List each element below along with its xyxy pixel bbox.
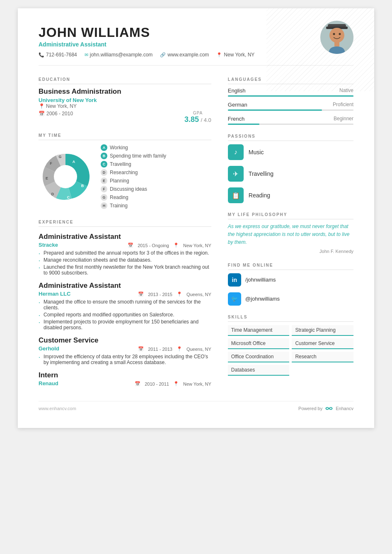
legend-item-h: H Training xyxy=(101,202,166,209)
link-icon: 🔗 xyxy=(160,52,166,58)
job-title-1: Administrative Assistant xyxy=(39,233,211,241)
legend-label-b: Spending time with family xyxy=(110,153,166,159)
edu-degree: Business Administration xyxy=(39,87,211,96)
skill-microsoft-office: Microsoft Office xyxy=(228,338,290,349)
legend-label-g: Reading xyxy=(110,194,128,200)
job-company-2: Herman LLC xyxy=(39,291,70,297)
travel-icon: ✈ xyxy=(233,170,238,178)
svg-text:E: E xyxy=(46,176,48,180)
svg-text:D: D xyxy=(51,192,54,196)
calendar-icon-2: 📅 xyxy=(138,292,144,297)
bullet-1-3: Launched the first monthly newsletter fo… xyxy=(44,264,211,276)
legend-label-a: Working xyxy=(110,145,128,151)
bullet-2-3: Implemented projects to provide employme… xyxy=(44,319,211,330)
experience-section-header: EXPERIENCE xyxy=(39,220,211,227)
legend-item-g: G Reading xyxy=(101,194,166,201)
legend-letter-c: C xyxy=(101,161,107,168)
edu-school-location: 📍 New York, NY xyxy=(39,103,211,109)
gpa-value-row: 3.85 / 4.0 xyxy=(184,115,211,124)
legend-letter-h: H xyxy=(101,202,107,209)
svg-rect-6 xyxy=(334,42,339,46)
job-bullets-1: Prepared and submitted the annual report… xyxy=(39,250,211,276)
skill-research: Research xyxy=(292,352,353,362)
pie-chart: A B C D E F G H xyxy=(39,150,92,205)
bullet-2-2: Compiled reports and modified opportunit… xyxy=(44,312,211,318)
twitter-handle: @johnwilliams xyxy=(245,296,280,302)
location: New York, NY xyxy=(224,52,254,58)
edu-dates: 📅 2006 - 2010 xyxy=(39,111,73,117)
footer-brand: Powered by Enhancv xyxy=(298,406,353,411)
location-icon-1: 📍 xyxy=(173,243,179,248)
passion-travelling-label: Travelling xyxy=(249,170,273,177)
skill-databases: Databases xyxy=(228,365,290,376)
mytime-content: A B C D E F G H A Working xyxy=(39,144,211,211)
job-location-1: New York, NY xyxy=(183,243,211,248)
job-title-3: Customer Service xyxy=(39,336,211,345)
twitter-item[interactable]: 🐦 @johnwilliams xyxy=(228,292,353,306)
avatar xyxy=(320,21,353,54)
twitter-icon-box: 🐦 xyxy=(228,292,241,306)
legend-label-h: Training xyxy=(110,203,128,209)
online-section-header: FIND ME ONLINE xyxy=(228,263,353,270)
legend-item-a: A Working xyxy=(101,144,166,151)
location-icon-3: 📍 xyxy=(177,346,182,352)
location-icon-4: 📍 xyxy=(173,381,179,386)
resume-container: JOHN WILLIAMS Administrative Assistant 📞… xyxy=(18,8,374,428)
bullet-1-2: Manage reconciliation sheets and the dat… xyxy=(44,257,211,263)
legend-item-d: D Researching xyxy=(101,169,166,176)
brand-name: Enhancv xyxy=(336,406,353,411)
language-german: German Proficient xyxy=(228,102,353,111)
linkedin-icon-box: in xyxy=(228,273,241,287)
calendar-icon-1: 📅 xyxy=(128,243,133,248)
brand-logo-icon xyxy=(325,406,333,411)
candidate-name: JOHN WILLIAMS xyxy=(39,25,353,40)
linkedin-item[interactable]: in /johnwilliams xyxy=(228,273,353,287)
svg-text:G: G xyxy=(58,155,61,159)
job-bullets-3: Improved the efficiency of data entry fo… xyxy=(39,354,211,365)
svg-text:A: A xyxy=(73,160,75,164)
phone-item: 📞 712-691-7684 xyxy=(39,52,77,58)
job-meta-2: 📅 2013 - 2015 📍 Queens, NY xyxy=(138,292,211,297)
lang-bar-fill-french xyxy=(228,124,259,125)
skill-time-management: Time Management xyxy=(228,325,290,336)
philosophy-author: John F. Kennedy xyxy=(228,249,353,254)
job-location-2: Queens, NY xyxy=(186,292,211,297)
music-icon: ♪ xyxy=(234,148,237,156)
email-item: ✉ john.williams@example.com xyxy=(85,52,153,58)
location-icon-2: 📍 xyxy=(177,292,182,297)
calendar-icon-3: 📅 xyxy=(138,346,144,352)
job-meta-1: 📅 2015 - Ongoing 📍 New York, NY xyxy=(128,243,211,248)
svg-text:H: H xyxy=(65,158,68,162)
contact-row: 📞 712-691-7684 ✉ john.williams@example.c… xyxy=(39,52,353,58)
reading-icon: 📋 xyxy=(232,192,240,199)
job-location-4: New York, NY xyxy=(183,381,211,386)
lang-name-english: English xyxy=(228,87,246,94)
skill-strategic-planning: Strategic Planning xyxy=(292,325,353,336)
reading-icon-box: 📋 xyxy=(228,187,244,203)
legend-label-f: Discussing ideas xyxy=(110,186,147,192)
email-icon: ✉ xyxy=(85,52,88,58)
left-column: EDUCATION Business Administration Univer… xyxy=(39,68,211,389)
linkedin-icon: in xyxy=(232,277,237,283)
gpa-value: 3.85 xyxy=(184,115,199,124)
website: www.example.com xyxy=(167,52,209,58)
lang-bar-bg-german xyxy=(228,109,353,111)
resume-header: JOHN WILLIAMS Administrative Assistant 📞… xyxy=(39,25,353,58)
calendar-icon: 📅 xyxy=(39,111,45,117)
legend-item-f: F Discussing ideas xyxy=(101,186,166,192)
job-company-3: Gerhold xyxy=(39,345,59,352)
job-meta-3: 📅 2011 - 2013 📍 Queens, NY xyxy=(138,346,211,352)
website-item: 🔗 www.example.com xyxy=(160,52,209,58)
calendar-icon-4: 📅 xyxy=(135,381,140,386)
job-company-4: Renaud xyxy=(39,380,58,386)
passions-section-header: PASSIONS xyxy=(228,134,353,141)
location-icon: 📍 xyxy=(216,52,222,58)
svg-point-5 xyxy=(339,33,341,35)
philosophy-section-header: MY LIFE PHILOSOPHY xyxy=(228,212,353,219)
svg-text:B: B xyxy=(81,184,84,188)
passion-music-label: Music xyxy=(249,149,264,156)
music-icon-box: ♪ xyxy=(228,144,244,160)
edu-details-row: 📅 2006 - 2010 GPA 3.85 / 4.0 xyxy=(39,111,211,124)
svg-text:F: F xyxy=(50,161,52,165)
legend-letter-a: A xyxy=(101,144,107,151)
